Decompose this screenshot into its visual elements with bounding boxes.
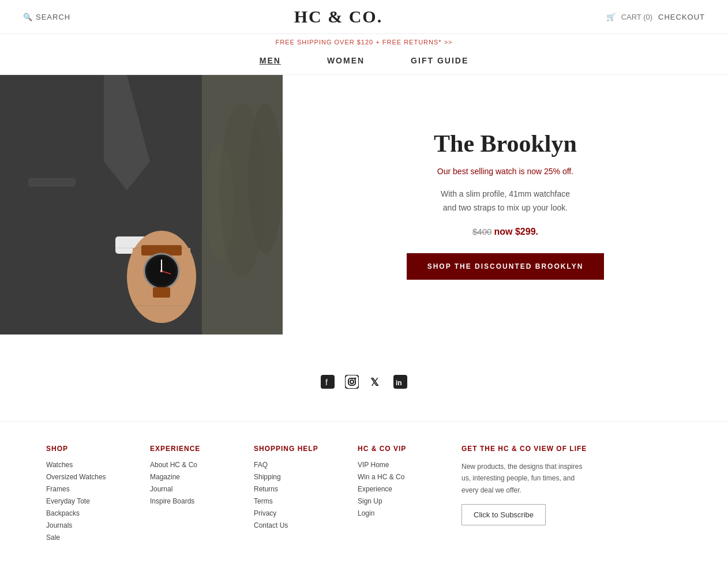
shop-link-journals[interactable]: Journals bbox=[46, 521, 115, 529]
svg-rect-21 bbox=[29, 179, 75, 186]
experience-link-journal[interactable]: Journal bbox=[150, 485, 219, 493]
help-link-shipping[interactable]: Shipping bbox=[254, 473, 323, 481]
svg-rect-24 bbox=[345, 375, 359, 389]
vip-link-login[interactable]: Login bbox=[358, 509, 427, 517]
newsletter-heading: GET THE HC & CO VIEW OF LIFE bbox=[461, 445, 682, 453]
search-label[interactable]: SEARCH bbox=[36, 13, 70, 21]
help-link-privacy[interactable]: Privacy bbox=[254, 509, 323, 517]
social-icons-row: f 𝕏 in bbox=[0, 375, 728, 392]
promo-text: FREE SHIPPING OVER $120 + FREE RETURNS* … bbox=[276, 39, 453, 46]
now-label: now $299. bbox=[494, 227, 539, 236]
vip-link-experience[interactable]: Experience bbox=[358, 485, 427, 493]
shop-link-sale[interactable]: Sale bbox=[46, 533, 115, 542]
hero-content: The Brooklyn Our best selling watch is n… bbox=[283, 107, 728, 303]
footer-shop-column: SHOP Watches Oversized Watches Frames Ev… bbox=[46, 445, 115, 546]
hero-price: $400 now $299. bbox=[317, 227, 693, 237]
nav-men[interactable]: MEN bbox=[260, 56, 281, 65]
promo-bar[interactable]: FREE SHIPPING OVER $120 + FREE RETURNS* … bbox=[0, 34, 728, 50]
svg-rect-16 bbox=[153, 287, 170, 298]
shop-cta-button[interactable]: SHOP THE DISCOUNTED BROOKLYN bbox=[407, 253, 605, 280]
checkout-link[interactable]: CHECKOUT bbox=[658, 13, 705, 21]
shop-link-everyday-tote[interactable]: Everyday Tote bbox=[46, 497, 115, 505]
shop-link-backpacks[interactable]: Backpacks bbox=[46, 509, 115, 517]
help-link-returns[interactable]: Returns bbox=[254, 485, 323, 493]
site-header: 🔍 SEARCH HC & CO. 🛒 CART (0) CHECKOUT bbox=[0, 0, 728, 34]
nav-gift-guide[interactable]: GIFT GUIDE bbox=[411, 56, 468, 65]
help-link-faq[interactable]: FAQ bbox=[254, 461, 323, 469]
hero-description: With a slim profile, 41mm watchface and … bbox=[317, 187, 693, 215]
svg-rect-22 bbox=[321, 375, 335, 389]
subscribe-button[interactable]: Click to Subscribe bbox=[461, 504, 546, 525]
hero-section: The Brooklyn Our best selling watch is n… bbox=[0, 75, 728, 358]
vip-heading: HC & Co VIP bbox=[358, 445, 427, 453]
linkedin-icon[interactable]: in bbox=[393, 375, 407, 392]
experience-link-inspire-boards[interactable]: Inspire Boards bbox=[150, 497, 219, 505]
search-area[interactable]: 🔍 SEARCH bbox=[23, 13, 70, 21]
instagram-icon[interactable] bbox=[345, 375, 359, 392]
svg-point-27 bbox=[355, 378, 357, 379]
footer-experience-column: EXPERIENCE About HC & Co Magazine Journa… bbox=[150, 445, 219, 546]
shop-link-frames[interactable]: Frames bbox=[46, 485, 115, 493]
svg-text:f: f bbox=[325, 378, 328, 387]
shopping-help-heading: SHOPPING HELP bbox=[254, 445, 323, 453]
shop-link-oversized-watches[interactable]: Oversized Watches bbox=[46, 473, 115, 481]
search-icon: 🔍 bbox=[23, 13, 32, 21]
shop-heading: SHOP bbox=[46, 445, 115, 453]
main-navigation: MEN WOMEN GIFT GUIDE bbox=[0, 50, 728, 75]
vip-link-signup[interactable]: Sign Up bbox=[358, 497, 427, 505]
svg-rect-25 bbox=[348, 378, 355, 385]
hero-subtitle: Our best selling watch is now 25% off. bbox=[317, 167, 693, 176]
svg-text:𝕏: 𝕏 bbox=[370, 377, 379, 388]
hero-image bbox=[0, 75, 283, 335]
svg-text:in: in bbox=[396, 379, 402, 387]
nav-women[interactable]: WOMEN bbox=[327, 56, 365, 65]
experience-link-magazine[interactable]: Magazine bbox=[150, 473, 219, 481]
help-link-terms[interactable]: Terms bbox=[254, 497, 323, 505]
site-title[interactable]: HC & CO. bbox=[294, 7, 383, 27]
site-footer: SHOP Watches Oversized Watches Frames Ev… bbox=[0, 421, 728, 569]
footer-newsletter-column: GET THE HC & CO VIEW OF LIFE New product… bbox=[461, 445, 682, 546]
footer-shopping-help-column: SHOPPING HELP FAQ Shipping Returns Terms… bbox=[254, 445, 323, 546]
original-price: $400 bbox=[472, 227, 491, 236]
social-section: f 𝕏 in bbox=[0, 358, 728, 421]
site-logo-area: HC & CO. bbox=[294, 7, 383, 27]
newsletter-description: New products, the designs that inspires … bbox=[461, 461, 588, 496]
experience-link-about[interactable]: About HC & Co bbox=[150, 461, 219, 469]
experience-heading: EXPERIENCE bbox=[150, 445, 219, 453]
cart-icon: 🛒 bbox=[606, 13, 616, 21]
twitter-icon[interactable]: 𝕏 bbox=[369, 375, 383, 392]
cart-label[interactable]: CART (0) bbox=[621, 13, 652, 21]
svg-point-26 bbox=[350, 380, 354, 384]
footer-columns: SHOP Watches Oversized Watches Frames Ev… bbox=[46, 445, 682, 546]
footer-vip-column: HC & Co VIP VIP Home Win a HC & Co Exper… bbox=[358, 445, 427, 546]
facebook-icon[interactable]: f bbox=[321, 375, 335, 392]
vip-link-win[interactable]: Win a HC & Co bbox=[358, 473, 427, 481]
vip-link-home[interactable]: VIP Home bbox=[358, 461, 427, 469]
help-link-contact[interactable]: Contact Us bbox=[254, 521, 323, 529]
shop-link-watches[interactable]: Watches bbox=[46, 461, 115, 469]
cart-checkout-area: 🛒 CART (0) CHECKOUT bbox=[606, 13, 705, 21]
hero-title: The Brooklyn bbox=[317, 130, 693, 157]
